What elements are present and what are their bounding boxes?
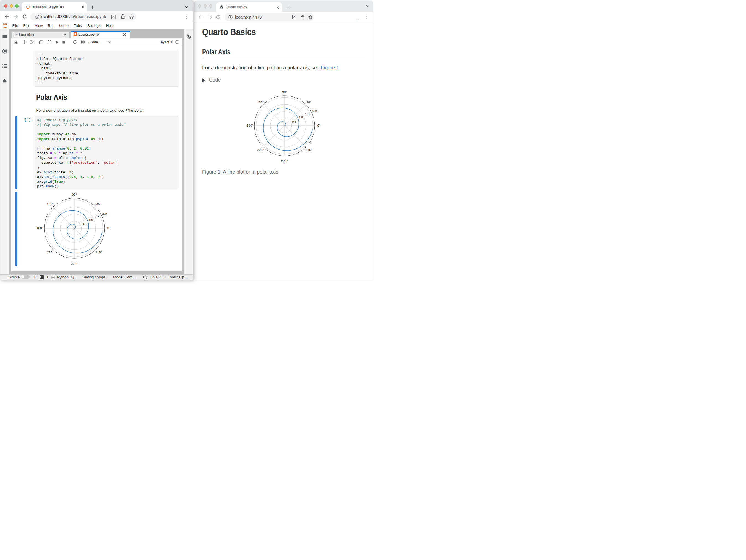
svg-text:270°: 270° (71, 262, 78, 266)
svg-text:1.5: 1.5 (95, 215, 99, 218)
svg-text:225°: 225° (47, 250, 54, 254)
svg-text:2.0: 2.0 (102, 212, 107, 215)
svg-text:1.0: 1.0 (298, 115, 303, 119)
svg-text:2.0: 2.0 (312, 109, 317, 113)
svg-text:1.0: 1.0 (88, 218, 93, 222)
svg-text:0.5: 0.5 (292, 120, 297, 123)
svg-text:135°: 135° (47, 202, 54, 206)
svg-text:135°: 135° (257, 100, 264, 104)
svg-text:315°: 315° (306, 148, 312, 152)
svg-text:270°: 270° (281, 159, 288, 163)
svg-text:90°: 90° (72, 193, 77, 197)
svg-text:45°: 45° (306, 100, 311, 104)
svg-text:1.5: 1.5 (305, 112, 310, 116)
svg-text:315°: 315° (95, 250, 102, 254)
svg-text:225°: 225° (257, 148, 264, 152)
svg-text:180°: 180° (247, 123, 254, 127)
svg-text:45°: 45° (96, 202, 101, 206)
svg-text:0°: 0° (107, 226, 111, 230)
svg-text:0.5: 0.5 (82, 222, 87, 226)
svg-text:0°: 0° (317, 123, 320, 127)
svg-text:180°: 180° (36, 226, 44, 230)
svg-text:90°: 90° (282, 90, 287, 94)
